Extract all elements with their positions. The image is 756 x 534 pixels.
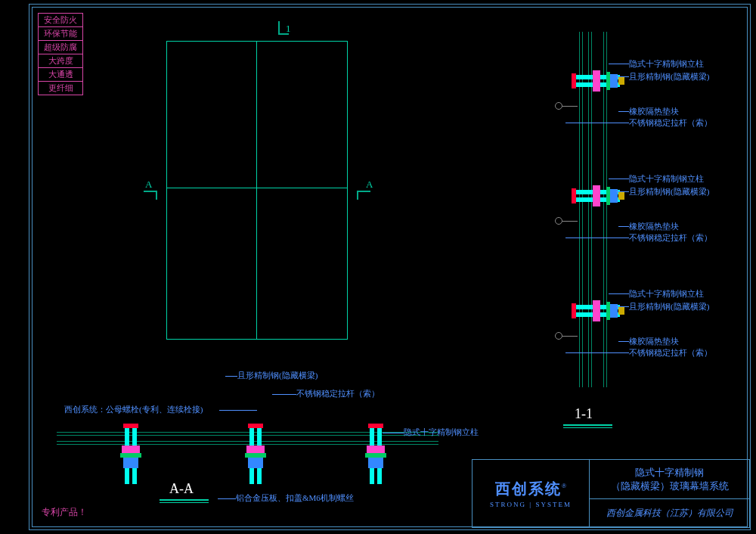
marker-tick xyxy=(156,191,157,200)
marker-a-right: A xyxy=(366,179,373,191)
label-column: 隐式十字精制钢立柱 xyxy=(404,427,479,438)
lbl: 隐式十字精制钢立柱 xyxy=(629,288,704,300)
label-bolt: 西创系统：公母螺栓(专利、连续栓接) xyxy=(64,404,203,415)
lbl: 且形精制钢(隐藏横梁) xyxy=(629,186,709,197)
lbl: 不锈钢稳定拉杆（索） xyxy=(629,232,712,244)
underline xyxy=(160,502,209,503)
lbl: 且形精制钢(隐藏横梁) xyxy=(629,71,709,82)
title-line1: 隐式十字精制钢 xyxy=(635,466,704,480)
lbl: 隐式十字精制钢立柱 xyxy=(629,173,704,185)
title-line2: （隐藏横梁）玻璃幕墙系统 xyxy=(611,480,729,493)
lbl: 不锈钢稳定拉杆（索） xyxy=(629,117,712,129)
leader xyxy=(219,410,257,411)
underline xyxy=(160,499,209,501)
leader xyxy=(272,394,296,395)
lbl: 且形精制钢(隐藏横梁) xyxy=(629,301,709,312)
elevation-panel xyxy=(166,41,348,340)
lbl: 隐式十字精制钢立柱 xyxy=(629,58,704,70)
section-aa xyxy=(57,412,442,503)
section-11-title: 1-1 xyxy=(575,406,593,422)
label-beam: 且形精制钢(隐藏横梁) xyxy=(237,370,318,381)
marker-tick xyxy=(357,191,370,192)
feature-tags: 安全防火 环保节能 超级防腐 大跨度 大通透 更纤细 xyxy=(38,13,83,95)
lbl: 不锈钢稳定拉杆（索） xyxy=(629,347,712,359)
brand-cell: 西创系统® STRONG | SYSTEM xyxy=(472,460,590,527)
lbl: 橡胶隔热垫块 xyxy=(629,106,679,117)
elevation-hline xyxy=(166,188,348,188)
leader xyxy=(383,433,404,433)
leader xyxy=(218,498,236,499)
tag: 超级防腐 xyxy=(38,40,83,54)
lbl: 橡胶隔热垫块 xyxy=(629,221,679,232)
title-block: 西创系统® STRONG | SYSTEM 隐式十字精制钢 （隐藏横梁）玻璃幕墙… xyxy=(472,459,750,528)
underline xyxy=(563,427,612,428)
reg-mark: ® xyxy=(562,482,567,489)
tag: 大通透 xyxy=(38,67,83,82)
lbl: 橡胶隔热垫块 xyxy=(629,336,679,347)
company: 西创金属科技（江苏）有限公司 xyxy=(590,499,749,527)
leader xyxy=(225,376,237,377)
brand-en: STRONG | SYSTEM xyxy=(490,501,572,508)
marker-tick xyxy=(357,191,358,200)
marker-tick xyxy=(278,33,289,35)
underline xyxy=(563,424,612,426)
tag: 大跨度 xyxy=(38,54,83,68)
patent-note: 专利产品！ xyxy=(42,506,87,519)
elevation-vline xyxy=(256,41,257,340)
tag: 环保节能 xyxy=(38,26,83,41)
tag: 安全防火 xyxy=(38,13,83,27)
tag: 更纤细 xyxy=(38,81,83,95)
brand: 西创系统 xyxy=(495,480,562,497)
drawing-title: 隐式十字精制钢 （隐藏横梁）玻璃幕墙系统 xyxy=(590,460,749,499)
label-plate: 铝合金压板、扣盖&M6机制螺丝 xyxy=(236,492,354,504)
section-aa-title: A-A xyxy=(169,481,194,497)
marker-a-left: A xyxy=(145,179,152,191)
label-rod: 不锈钢稳定拉杆（索） xyxy=(296,388,380,399)
